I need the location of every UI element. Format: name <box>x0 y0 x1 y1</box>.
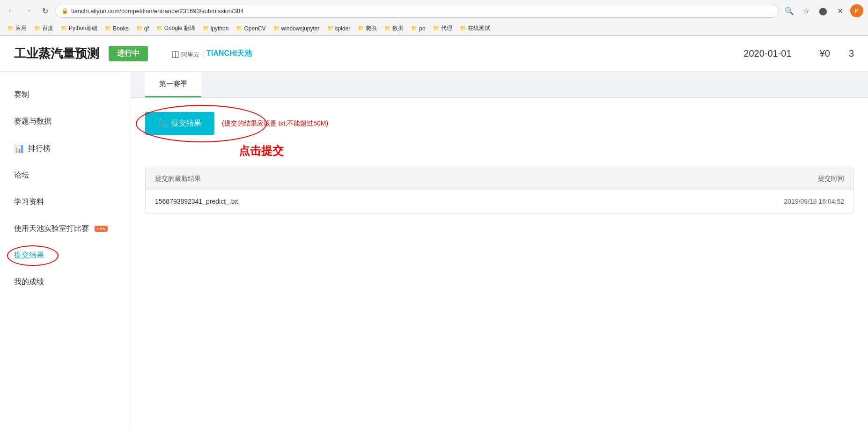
bookmark-item[interactable]: 📁windowsjupyter <box>271 24 323 33</box>
content-body: 📎 提交结果 (提交的结果应该是 txt;不能超过50M) 点击提交 提交的最新… <box>131 98 868 228</box>
browser-toolbar: ← → ↻ 🔒 tianchi.aliyun.com/competition/e… <box>0 0 868 22</box>
sidebar-item-4[interactable]: 学习资料 <box>0 189 131 215</box>
bookmark-folder-icon: 📁 <box>327 25 334 31</box>
browser-chrome: ← → ↻ 🔒 tianchi.aliyun.com/competition/e… <box>0 0 868 36</box>
bookmark-folder-icon: 📁 <box>411 25 418 31</box>
search-icon-btn[interactable]: 🔍 <box>783 4 796 17</box>
sidebar-item-label: 我的成绩 <box>14 277 44 287</box>
user-avatar[interactable]: F <box>850 4 863 17</box>
sidebar-item-6[interactable]: 提交结果 <box>0 242 131 269</box>
table-row: 1568793892341_predict_.txt 2019/09/18 16… <box>146 190 853 213</box>
main-layout: 赛制赛题与数据📊排行榜论坛学习资料使用天池实验室打比赛new提交结果我的成绩 第… <box>0 72 868 428</box>
competition-extra: 3 <box>849 48 854 59</box>
bookmark-star-button[interactable]: ☆ <box>800 4 813 17</box>
competition-title: 工业蒸汽量预测 <box>14 45 99 62</box>
brand-separator: | <box>202 50 204 58</box>
results-table: 提交的最新结果 提交时间 1568793892341_predict_.txt … <box>145 168 854 214</box>
sidebar: 赛制赛题与数据📊排行榜论坛学习资料使用天池实验室打比赛new提交结果我的成绩 <box>0 72 131 428</box>
refresh-button[interactable]: ↻ <box>38 4 51 17</box>
sidebar-item-label: 排行榜 <box>28 144 51 154</box>
bookmark-folder-icon: 📁 <box>460 25 466 31</box>
submit-section: 📎 提交结果 (提交的结果应该是 txt;不能超过50M) 点击提交 <box>145 112 854 135</box>
bookmark-folder-icon: 📁 <box>203 25 209 31</box>
bookmark-folder-icon: 📁 <box>384 25 391 31</box>
bookmark-folder-icon: 📁 <box>7 25 14 31</box>
sidebar-item-7[interactable]: 我的成绩 <box>0 269 131 295</box>
sidebar-item-5[interactable]: 使用天池实验室打比赛new <box>0 215 131 242</box>
header-col-name: 提交的最新结果 <box>155 175 741 183</box>
bookmark-folder-icon: 📁 <box>105 25 111 31</box>
sidebar-item-label: 提交结果 <box>14 251 44 260</box>
url-text: tianchi.aliyun.com/competition/entrance/… <box>71 7 773 15</box>
submit-button-label: 提交结果 <box>171 118 201 128</box>
tabs-bar: 第一赛季 <box>131 72 868 98</box>
browser-icons: 🔍 ☆ ⬤ ✕ F <box>783 4 863 17</box>
submit-results-button[interactable]: 📎 提交结果 <box>145 112 214 135</box>
sidebar-item-0[interactable]: 赛制 <box>0 81 131 108</box>
status-badge: 进行中 <box>109 46 148 61</box>
bar-chart-icon: 📊 <box>14 143 24 154</box>
bookmark-folder-icon: 📁 <box>136 25 143 31</box>
bookmark-item[interactable]: 📁百度 <box>31 23 56 33</box>
bookmark-item[interactable]: 📁代理 <box>430 23 455 33</box>
bookmarks-bar: 📁应用📁百度📁Python基础📁Books📁qf📁Google 翻译📁ipyth… <box>0 22 868 36</box>
header-col-time: 提交时间 <box>741 175 844 183</box>
bookmark-item[interactable]: 📁OpenCV <box>233 24 268 33</box>
bookmark-item[interactable]: 📁在线测试 <box>457 23 493 33</box>
lock-icon: 🔒 <box>61 7 68 14</box>
bookmark-item[interactable]: 📁应用 <box>5 23 29 33</box>
competition-date: 2020-01-01 <box>743 48 791 59</box>
back-button[interactable]: ← <box>5 4 18 17</box>
sidebar-item-label: 赛题与数据 <box>14 117 51 126</box>
bookmark-item[interactable]: 📁spider <box>324 24 353 33</box>
sidebar-item-label: 赛制 <box>14 90 29 100</box>
tab-season-1[interactable]: 第一赛季 <box>145 72 201 97</box>
bookmark-folder-icon: 📁 <box>273 25 280 31</box>
bookmark-item[interactable]: 📁po <box>408 24 428 33</box>
bookmark-folder-icon: 📁 <box>61 25 67 31</box>
bookmark-item[interactable]: 📁qf <box>133 24 152 33</box>
bookmark-item[interactable]: 📁Google 翻译 <box>154 23 198 33</box>
forward-button[interactable]: → <box>22 4 35 17</box>
bookmark-item[interactable]: 📁Python基础 <box>58 23 100 33</box>
sidebar-item-label: 论坛 <box>14 170 29 180</box>
sidebar-item-2[interactable]: 📊排行榜 <box>0 135 131 162</box>
results-table-header: 提交的最新结果 提交时间 <box>146 168 853 190</box>
click-hint-annotation: 点击提交 <box>239 143 284 158</box>
bookmark-item[interactable]: 📁Books <box>102 24 131 33</box>
bookmark-folder-icon: 📁 <box>34 25 41 31</box>
sidebar-item-3[interactable]: 论坛 <box>0 162 131 189</box>
bookmark-folder-icon: 📁 <box>358 25 364 31</box>
brand-tianchi: TIANCHI天池 <box>206 49 252 59</box>
new-badge: new <box>95 226 108 232</box>
sidebar-item-label: 学习资料 <box>14 197 44 207</box>
result-submit-time: 2019/09/18 16:04:52 <box>741 198 844 205</box>
submit-hint: (提交的结果应该是 txt;不能超过50M) <box>222 119 328 128</box>
sidebar-item-label: 使用天池实验室打比赛 <box>14 224 89 234</box>
sidebar-item-1[interactable]: 赛题与数据 <box>0 108 131 135</box>
content-area: 第一赛季 📎 提交结果 (提交的结果应该是 txt;不能超过50M) 点击提交 … <box>131 72 868 428</box>
bookmark-item[interactable]: 📁ipython <box>200 24 232 33</box>
bookmark-folder-icon: 📁 <box>236 25 243 31</box>
bookmark-folder-icon: 📁 <box>433 25 440 31</box>
upload-icon: 📎 <box>158 119 168 128</box>
bookmark-folder-icon: 📁 <box>156 25 163 31</box>
brand-logo: ◫ 阿里云 | TIANCHI天池 <box>171 49 252 59</box>
brand-alicloud: ◫ 阿里云 <box>171 49 199 59</box>
extension-icon[interactable]: ⬤ <box>817 4 830 17</box>
bookmark-item[interactable]: 📁数据 <box>382 23 406 33</box>
close-extension-icon[interactable]: ✕ <box>833 4 846 17</box>
address-bar[interactable]: 🔒 tianchi.aliyun.com/competition/entranc… <box>55 4 779 18</box>
bookmark-item[interactable]: 📁爬虫 <box>355 23 380 33</box>
competition-prize: ¥0 <box>820 48 830 59</box>
page-header: 工业蒸汽量预测 进行中 ◫ 阿里云 | TIANCHI天池 2020-01-01… <box>0 36 868 72</box>
result-file-name: 1568793892341_predict_.txt <box>155 198 741 205</box>
